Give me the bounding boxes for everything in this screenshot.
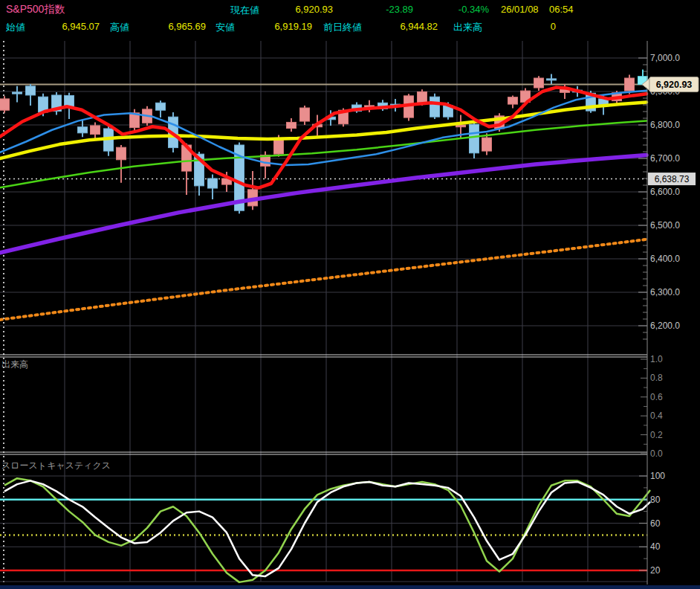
price-axis-label: 6,200.0 xyxy=(650,321,680,331)
purple-ma xyxy=(0,155,646,253)
candle-body xyxy=(470,124,479,153)
orange-dotted-line xyxy=(0,239,646,320)
price-axis-label: 6,300.0 xyxy=(650,287,680,297)
candle-body xyxy=(0,99,10,110)
price-chart-canvas: 7,000.06,900.06,800.06,700.06,600.06,500… xyxy=(0,0,700,589)
window-bottom-edge xyxy=(0,585,700,589)
volume-axis-label: 0.2 xyxy=(650,430,663,440)
candle-body xyxy=(547,79,557,80)
current-price-callout-text: 6,920.93 xyxy=(656,80,693,90)
price-axis-label: 7,000.0 xyxy=(650,53,680,63)
price-axis-label: 6,400.0 xyxy=(650,254,680,264)
candle-body xyxy=(117,147,126,160)
candle-body xyxy=(274,139,284,154)
candle-body xyxy=(625,78,635,91)
stoch-axis-label: 20 xyxy=(650,565,661,576)
candle-body xyxy=(534,78,544,88)
candle-body xyxy=(91,126,100,135)
candle-body xyxy=(418,91,427,103)
stoch-axis-label: 60 xyxy=(650,518,661,529)
volume-axis-label: 0.6 xyxy=(650,392,663,402)
volume-axis-label: 0.0 xyxy=(650,448,663,459)
candle-body xyxy=(156,103,166,110)
candle-body xyxy=(482,138,492,151)
candle-body xyxy=(287,122,296,128)
stoch-axis-label: 100 xyxy=(650,471,665,481)
stoch-percent-k-line xyxy=(4,480,650,576)
candle-body xyxy=(300,108,310,121)
price-axis-label: 6,700.0 xyxy=(650,153,680,164)
stoch-axis-label: 80 xyxy=(650,495,661,505)
volume-axis-label: 0.8 xyxy=(650,373,663,383)
candle-body xyxy=(208,178,218,188)
price-axis-label: 6,800.0 xyxy=(650,120,680,130)
candle-body xyxy=(508,97,518,104)
candle-body xyxy=(78,127,88,133)
price-axis-label: 6,600.0 xyxy=(650,187,680,197)
volume-axis-label: 0.4 xyxy=(650,411,663,421)
trading-app-window: S&P500指数 現在値 6,920.93 -23.89 -0.34% 26/0… xyxy=(0,0,700,589)
candle-body xyxy=(430,97,440,117)
candle-body xyxy=(26,86,36,95)
level-label-text: 6,638.73 xyxy=(655,174,690,184)
stoch-axis-label: 40 xyxy=(650,541,661,552)
price-axis-label: 6,500.0 xyxy=(650,220,680,231)
candle-body xyxy=(13,92,22,94)
volume-axis-label: 1.0 xyxy=(650,354,663,364)
